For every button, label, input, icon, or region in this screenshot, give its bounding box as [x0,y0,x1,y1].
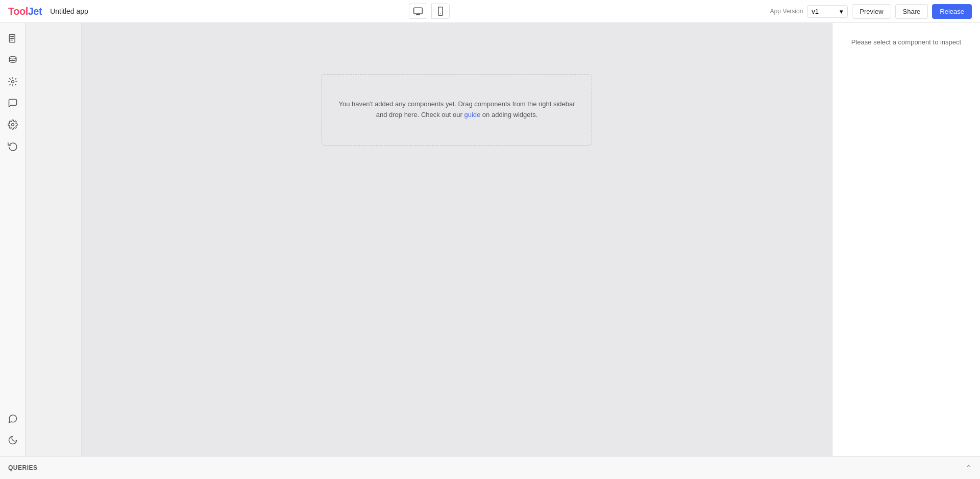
empty-message-line2: and drop here. Check out our [376,111,464,118]
empty-message-line3: on adding widgets. [480,111,537,118]
left-sidebar [0,23,26,456]
empty-message-line1: You haven't added any components yet. Dr… [338,100,575,108]
header-left: ToolJet Untitled app [8,6,88,17]
queries-label: QUERIES [8,464,38,471]
header-right: App Version v1 ▾ Preview Share Release [770,4,972,19]
guide-link-text: guide [464,111,480,118]
chat-icon[interactable] [3,409,22,428]
main-layout: You haven't added any components yet. Dr… [0,23,980,456]
sidebar-bottom [3,409,22,456]
svg-rect-3 [438,7,443,16]
share-button[interactable]: Share [895,4,928,19]
comments-icon[interactable] [3,93,22,113]
svg-point-10 [11,81,14,83]
undo-icon[interactable] [3,136,22,156]
preview-button[interactable]: Preview [852,4,891,19]
database-icon[interactable] [3,51,22,70]
svg-point-9 [9,57,16,59]
drop-zone-text: You haven't added any components yet. Dr… [330,91,583,129]
dark-mode-icon[interactable] [3,430,22,450]
logo: ToolJet [8,6,42,17]
left-panel [26,23,82,456]
release-button[interactable]: Release [932,4,972,19]
queries-collapse-icon: ⌃ [966,464,972,472]
settings-icon[interactable] [3,115,22,134]
desktop-view-button[interactable] [409,4,427,19]
mobile-view-button[interactable] [431,4,450,19]
svg-point-11 [11,124,14,126]
drop-zone[interactable]: You haven't added any components yet. Dr… [322,74,592,146]
canvas-area[interactable]: You haven't added any components yet. Dr… [82,23,832,456]
version-chevron-icon: ▾ [840,8,843,15]
app-title: Untitled app [50,7,88,15]
version-select[interactable]: v1 ▾ [807,5,848,18]
components-icon[interactable] [3,72,22,91]
header: ToolJet Untitled app App Version v1 ▾ Pr… [0,0,980,23]
canvas-container: You haven't added any components yet. Dr… [255,43,658,340]
app-version-label: App Version [770,8,803,15]
guide-link[interactable]: guide [464,111,480,118]
version-value: v1 [812,8,819,15]
queries-panel[interactable]: QUERIES ⌃ [0,456,980,479]
right-inspect-panel: Please select a component to inspect [832,23,980,456]
svg-rect-0 [414,8,423,14]
inspect-text: Please select a component to inspect [851,38,961,46]
header-center [409,4,450,19]
pages-icon[interactable] [3,29,22,49]
